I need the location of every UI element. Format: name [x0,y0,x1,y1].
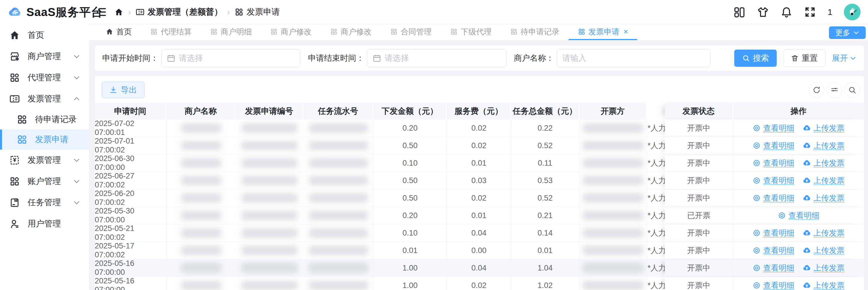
view-detail-link[interactable]: 查看明细 [753,245,794,256]
redacted-blur [309,211,368,220]
view-detail-link[interactable]: 查看明细 [778,210,819,221]
cell-amount: 0.20 [373,207,447,224]
tab-0[interactable]: 首页 [96,24,141,40]
font-size-indicator[interactable]: 1 [828,7,832,17]
upload-invoice-link[interactable]: 上传发票 [803,175,844,186]
bell-icon[interactable] [780,6,793,18]
table-row-5[interactable]: 2025-05-30 07:00:00 0.20 0.01 0.21 *人力 已… [95,207,864,224]
sidebar-nav: 首页 商户管理 代理管理 发票管理（差额普） 待申请记录 发票申请 发票管理（灵… [0,24,89,234]
table-row-1[interactable]: 2025-07-01 07:00:02 0.50 0.02 0.52 *人力 开… [95,137,864,154]
breadcrumb-home[interactable] [114,7,123,16]
table-row-3[interactable]: 2025-06-27 07:00:02 0.50 0.03 0.53 *人力 开… [95,172,864,189]
merchant-name-input[interactable] [557,49,710,67]
sidebar-item-9[interactable]: 用户管理 [0,213,89,234]
grid-icon [9,72,20,83]
upload-invoice-link[interactable]: 上传发票 [803,245,844,256]
sidebar-item-0[interactable]: 首页 [0,25,89,46]
cell-invoice-status: 开票中 [665,154,733,172]
upload-invoice-link[interactable]: 上传发票 [803,280,844,290]
view-detail-link[interactable]: 查看明细 [753,123,794,133]
fullscreen-icon[interactable] [804,6,816,18]
cell-apply-time: 2025-05-16 07:00:00 [95,277,166,290]
export-button[interactable]: 导出 [102,82,145,98]
tab-6[interactable]: 下级代理 [441,24,501,40]
column-header-1: 商户名称 [166,103,236,119]
filter-merchant-name: 商户名称： [514,49,710,67]
redacted-blur [181,263,221,273]
tab-7[interactable]: 待申请记录 [501,24,569,40]
cell-total-amount: 0.52 [511,137,579,154]
end-time-field[interactable] [384,53,499,63]
end-time-input[interactable] [367,49,506,67]
sidebar-item-8[interactable]: 任务管理 [0,192,89,213]
table-row-7[interactable]: 2025-05-17 07:00:02 0.01 0.00 0.01 *人力 开… [95,242,864,259]
sidebar-item-6[interactable]: 发票管理（灵工） [0,150,89,171]
tab-2[interactable]: 商户明细 [201,24,261,40]
table-row-0[interactable]: 2025-07-02 07:00:01 0.20 0.02 0.22 *人力 开… [95,119,864,137]
cell-issuer-redacted [579,207,647,224]
sidebar-item-7[interactable]: 账户管理 [0,171,89,192]
tab-8[interactable]: 发票申请 × [569,24,637,40]
search-button[interactable]: 搜索 [734,49,777,67]
upload-invoice-link[interactable]: 上传发票 [803,193,844,203]
tab-3[interactable]: 商户修改 [261,24,321,40]
view-detail-link[interactable]: 查看明细 [753,263,794,273]
view-detail-link[interactable]: 查看明细 [753,228,794,238]
fixed-columns: 开票中 查看明细上传发票 [665,189,864,207]
view-detail-link[interactable]: 查看明细 [753,280,794,290]
sidebar-item-1[interactable]: 商户管理 [0,46,89,67]
user-avatar[interactable] [844,4,861,20]
sidebar-item-4[interactable]: 待申请记录 [0,109,89,130]
cell-actions: 查看明细上传发票 [733,172,864,189]
table-row-6[interactable]: 2025-05-21 07:00:02 0.10 0.04 0.14 *人力 开… [95,224,864,242]
start-time-input[interactable] [161,49,301,67]
table-row-9[interactable]: 2025-05-16 07:00:00 1.00 0.02 1.02 *人力 开… [95,277,864,290]
merchant-name-field[interactable] [562,53,705,63]
tab-4[interactable]: 商户修改 [321,24,381,40]
theme-shirt-icon[interactable] [757,6,769,18]
cell-apply-time: 2025-06-27 07:00:02 [95,172,166,189]
upload-invoice-link[interactable]: 上传发票 [803,263,844,273]
table-row-4[interactable]: 2025-06-20 07:00:02 0.50 0.02 0.52 *人力 开… [95,189,864,207]
table-row-2[interactable]: 2025-06-30 07:00:00 0.10 0.01 0.11 *人力 开… [95,154,864,172]
cell-task-no-redacted [303,154,373,172]
expand-filters-link[interactable]: 展开 [832,53,857,64]
ticket-icon [9,94,20,104]
column-header-5: 服务费（元） [447,103,511,119]
view-detail-link[interactable]: 查看明细 [753,158,794,168]
fixed-columns: 开票中 查看明细上传发票 [665,172,864,189]
refresh-button[interactable] [809,82,825,98]
sidebar-item-5[interactable]: 发票申请 [0,130,89,150]
home-icon [9,30,20,41]
tab-5[interactable]: 合同管理 [381,24,441,40]
chevron-down-icon [73,178,81,185]
cell-actions: 查看明细上传发票 [733,242,864,259]
view-detail-link[interactable]: 查看明细 [753,140,794,151]
sidebar-item-3[interactable]: 发票管理（差额普） [0,88,89,109]
close-icon[interactable]: × [623,27,628,36]
upload-invoice-link[interactable]: 上传发票 [803,140,844,151]
sidebar-item-2[interactable]: 代理管理 [0,67,89,88]
more-tabs-button[interactable]: 更多 [829,26,866,39]
cell-apply-time: 2025-06-30 07:00:00 [95,154,166,172]
view-icon [753,159,761,167]
breadcrumb-item-current[interactable]: 发票申请 [235,6,280,18]
layout-grid-icon[interactable] [733,6,745,18]
column-settings-button[interactable] [827,82,842,98]
table-search-button[interactable] [844,82,860,98]
view-detail-link[interactable]: 查看明细 [753,175,794,186]
grid-icon [510,28,518,36]
tab-1[interactable]: 代理结算 [141,24,201,40]
view-detail-link[interactable]: 查看明细 [753,193,794,203]
upload-invoice-link[interactable]: 上传发票 [803,158,844,168]
upload-invoice-link[interactable]: 上传发票 [803,123,844,133]
breadcrumb-item[interactable]: 发票管理（差额普） [135,6,222,18]
reset-button[interactable]: 重置 [783,49,826,67]
cell-task-no-redacted [303,242,373,259]
upload-invoice-link[interactable]: 上传发票 [803,228,844,238]
start-time-field[interactable] [179,53,293,63]
table-row-8[interactable]: 2025-05-16 07:00:00 1.00 0.04 1.04 *人力 开… [95,259,864,277]
view-icon [753,229,761,237]
topbar-actions: 1 [733,4,861,20]
redacted-blur [583,246,644,255]
